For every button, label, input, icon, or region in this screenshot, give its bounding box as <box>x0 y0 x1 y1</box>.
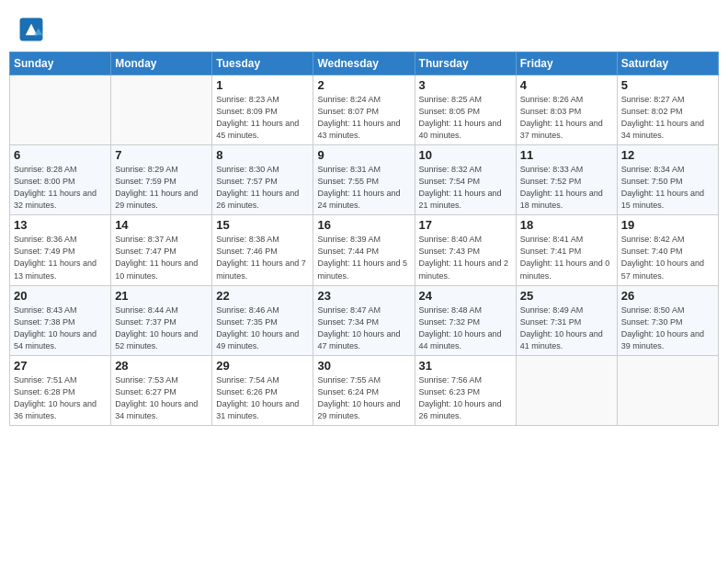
day-of-week-header: Thursday <box>415 52 516 75</box>
day-number: 20 <box>14 289 107 303</box>
calendar-cell: 5Sunrise: 8:27 AM Sunset: 8:02 PM Daylig… <box>617 75 718 145</box>
calendar-table: SundayMondayTuesdayWednesdayThursdayFrid… <box>9 52 719 426</box>
day-info: Sunrise: 8:30 AM Sunset: 7:57 PM Dayligh… <box>216 164 309 212</box>
day-number: 25 <box>520 289 613 303</box>
day-number: 22 <box>216 289 309 303</box>
day-number: 4 <box>520 78 613 92</box>
day-of-week-header: Tuesday <box>212 52 313 75</box>
day-info: Sunrise: 8:27 AM Sunset: 8:02 PM Dayligh… <box>621 94 714 142</box>
calendar-cell: 18Sunrise: 8:41 AM Sunset: 7:41 PM Dayli… <box>516 215 617 285</box>
day-info: Sunrise: 7:56 AM Sunset: 6:23 PM Dayligh… <box>419 374 512 422</box>
day-info: Sunrise: 8:36 AM Sunset: 7:49 PM Dayligh… <box>14 234 107 282</box>
calendar-cell: 17Sunrise: 8:40 AM Sunset: 7:43 PM Dayli… <box>415 215 516 285</box>
day-number: 16 <box>317 218 410 232</box>
calendar-cell: 15Sunrise: 8:38 AM Sunset: 7:46 PM Dayli… <box>212 215 313 285</box>
calendar-cell: 1Sunrise: 8:23 AM Sunset: 8:09 PM Daylig… <box>212 75 313 145</box>
day-info: Sunrise: 8:50 AM Sunset: 7:30 PM Dayligh… <box>621 304 714 352</box>
calendar-cell: 22Sunrise: 8:46 AM Sunset: 7:35 PM Dayli… <box>212 285 313 355</box>
day-info: Sunrise: 8:31 AM Sunset: 7:55 PM Dayligh… <box>317 164 410 212</box>
calendar-cell: 14Sunrise: 8:37 AM Sunset: 7:47 PM Dayli… <box>111 215 212 285</box>
day-info: Sunrise: 8:41 AM Sunset: 7:41 PM Dayligh… <box>520 234 613 282</box>
day-info: Sunrise: 8:32 AM Sunset: 7:54 PM Dayligh… <box>419 164 512 212</box>
calendar-cell: 19Sunrise: 8:42 AM Sunset: 7:40 PM Dayli… <box>617 215 718 285</box>
calendar-cell: 20Sunrise: 8:43 AM Sunset: 7:38 PM Dayli… <box>10 285 111 355</box>
calendar-cell: 11Sunrise: 8:33 AM Sunset: 7:52 PM Dayli… <box>516 145 617 215</box>
calendar-cell: 3Sunrise: 8:25 AM Sunset: 8:05 PM Daylig… <box>415 75 516 145</box>
logo-icon <box>18 17 44 42</box>
day-of-week-header: Sunday <box>10 52 111 75</box>
day-of-week-header: Wednesday <box>313 52 415 75</box>
day-info: Sunrise: 8:33 AM Sunset: 7:52 PM Dayligh… <box>520 164 613 212</box>
calendar-cell: 13Sunrise: 8:36 AM Sunset: 7:49 PM Dayli… <box>10 215 111 285</box>
calendar-cell <box>111 75 212 145</box>
day-of-week-header: Friday <box>516 52 617 75</box>
day-info: Sunrise: 8:28 AM Sunset: 8:00 PM Dayligh… <box>14 164 107 212</box>
day-info: Sunrise: 8:29 AM Sunset: 7:59 PM Dayligh… <box>115 164 208 212</box>
day-number: 6 <box>14 148 107 162</box>
day-number: 31 <box>419 359 512 373</box>
day-number: 11 <box>520 148 613 162</box>
day-number: 13 <box>14 218 107 232</box>
calendar-cell: 4Sunrise: 8:26 AM Sunset: 8:03 PM Daylig… <box>516 75 617 145</box>
calendar-cell: 28Sunrise: 7:53 AM Sunset: 6:27 PM Dayli… <box>111 355 212 425</box>
calendar-cell <box>10 75 111 145</box>
day-number: 9 <box>317 148 410 162</box>
day-info: Sunrise: 8:48 AM Sunset: 7:32 PM Dayligh… <box>419 304 512 352</box>
calendar-cell: 2Sunrise: 8:24 AM Sunset: 8:07 PM Daylig… <box>313 75 415 145</box>
day-info: Sunrise: 8:38 AM Sunset: 7:46 PM Dayligh… <box>216 234 309 282</box>
day-number: 14 <box>115 218 208 232</box>
day-number: 28 <box>115 359 208 373</box>
calendar-cell: 6Sunrise: 8:28 AM Sunset: 8:00 PM Daylig… <box>10 145 111 215</box>
calendar-cell: 24Sunrise: 8:48 AM Sunset: 7:32 PM Dayli… <box>415 285 516 355</box>
calendar-cell: 25Sunrise: 8:49 AM Sunset: 7:31 PM Dayli… <box>516 285 617 355</box>
logo <box>18 17 46 42</box>
day-number: 26 <box>621 289 714 303</box>
calendar-cell: 10Sunrise: 8:32 AM Sunset: 7:54 PM Dayli… <box>415 145 516 215</box>
day-of-week-header: Monday <box>111 52 212 75</box>
day-info: Sunrise: 8:23 AM Sunset: 8:09 PM Dayligh… <box>216 94 309 142</box>
day-info: Sunrise: 8:46 AM Sunset: 7:35 PM Dayligh… <box>216 304 309 352</box>
day-info: Sunrise: 8:47 AM Sunset: 7:34 PM Dayligh… <box>317 304 410 352</box>
day-number: 8 <box>216 148 309 162</box>
day-number: 15 <box>216 218 309 232</box>
calendar-cell <box>516 355 617 425</box>
day-info: Sunrise: 8:42 AM Sunset: 7:40 PM Dayligh… <box>621 234 714 282</box>
day-info: Sunrise: 8:44 AM Sunset: 7:37 PM Dayligh… <box>115 304 208 352</box>
day-info: Sunrise: 8:37 AM Sunset: 7:47 PM Dayligh… <box>115 234 208 282</box>
day-number: 17 <box>419 218 512 232</box>
day-number: 27 <box>14 359 107 373</box>
calendar-cell: 30Sunrise: 7:55 AM Sunset: 6:24 PM Dayli… <box>313 355 415 425</box>
calendar-cell: 16Sunrise: 8:39 AM Sunset: 7:44 PM Dayli… <box>313 215 415 285</box>
calendar-cell: 12Sunrise: 8:34 AM Sunset: 7:50 PM Dayli… <box>617 145 718 215</box>
day-info: Sunrise: 8:26 AM Sunset: 8:03 PM Dayligh… <box>520 94 613 142</box>
day-info: Sunrise: 7:51 AM Sunset: 6:28 PM Dayligh… <box>14 374 107 422</box>
day-info: Sunrise: 7:54 AM Sunset: 6:26 PM Dayligh… <box>216 374 309 422</box>
calendar-cell <box>617 355 718 425</box>
day-info: Sunrise: 8:25 AM Sunset: 8:05 PM Dayligh… <box>419 94 512 142</box>
calendar-cell: 21Sunrise: 8:44 AM Sunset: 7:37 PM Dayli… <box>111 285 212 355</box>
calendar-cell: 27Sunrise: 7:51 AM Sunset: 6:28 PM Dayli… <box>10 355 111 425</box>
day-number: 5 <box>621 78 714 92</box>
day-of-week-header: Saturday <box>617 52 718 75</box>
day-number: 21 <box>115 289 208 303</box>
calendar-cell: 29Sunrise: 7:54 AM Sunset: 6:26 PM Dayli… <box>212 355 313 425</box>
day-info: Sunrise: 8:39 AM Sunset: 7:44 PM Dayligh… <box>317 234 410 282</box>
day-number: 19 <box>621 218 714 232</box>
day-number: 18 <box>520 218 613 232</box>
calendar-cell: 7Sunrise: 8:29 AM Sunset: 7:59 PM Daylig… <box>111 145 212 215</box>
calendar-cell: 31Sunrise: 7:56 AM Sunset: 6:23 PM Dayli… <box>415 355 516 425</box>
day-info: Sunrise: 7:55 AM Sunset: 6:24 PM Dayligh… <box>317 374 410 422</box>
day-number: 29 <box>216 359 309 373</box>
day-number: 2 <box>317 78 410 92</box>
day-info: Sunrise: 8:34 AM Sunset: 7:50 PM Dayligh… <box>621 164 714 212</box>
day-number: 24 <box>419 289 512 303</box>
day-number: 3 <box>419 78 512 92</box>
day-number: 23 <box>317 289 410 303</box>
day-number: 7 <box>115 148 208 162</box>
day-info: Sunrise: 8:24 AM Sunset: 8:07 PM Dayligh… <box>317 94 410 142</box>
day-number: 30 <box>317 359 410 373</box>
day-info: Sunrise: 7:53 AM Sunset: 6:27 PM Dayligh… <box>115 374 208 422</box>
day-number: 10 <box>419 148 512 162</box>
day-number: 12 <box>621 148 714 162</box>
calendar-cell: 26Sunrise: 8:50 AM Sunset: 7:30 PM Dayli… <box>617 285 718 355</box>
